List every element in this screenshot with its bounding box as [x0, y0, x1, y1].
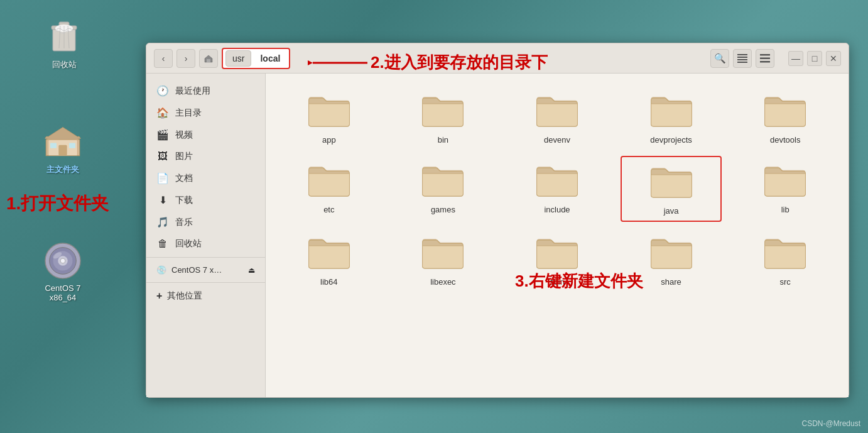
- arrow-svg: [308, 53, 371, 73]
- search-button[interactable]: 🔍: [710, 49, 729, 68]
- restore-button[interactable]: □: [807, 51, 822, 66]
- svg-rect-8: [58, 145, 67, 156]
- file-item-lib64[interactable]: lib64: [278, 228, 380, 292]
- folder-icon-etc: [307, 161, 352, 201]
- step1-label: 1.打开文件夹: [6, 192, 109, 216]
- close-button[interactable]: ✕: [826, 51, 841, 66]
- trash-icon: [45, 18, 83, 55]
- file-item-app[interactable]: app: [278, 86, 380, 150]
- sidebar-item-music[interactable]: 🎵 音乐: [146, 211, 265, 233]
- centos-icon: [44, 242, 82, 280]
- folder-icon-libexec: [420, 233, 465, 273]
- file-item-devenv[interactable]: devenv: [506, 86, 608, 150]
- file-name-bin: bin: [438, 135, 448, 145]
- sidebar: 🕐 最近使用 🏠 主目录 🎬 视频 🖼 图片 📄 文档: [146, 74, 266, 397]
- folder-icon-devprojects: [649, 91, 694, 131]
- sidebar-item-recent[interactable]: 🕐 最近使用: [146, 80, 265, 102]
- svg-rect-17: [207, 59, 210, 62]
- videos-icon: 🎬: [156, 129, 169, 141]
- svg-rect-20: [737, 59, 747, 60]
- sidebar-item-docs[interactable]: 📄 文档: [146, 167, 265, 189]
- sidebar-item-videos[interactable]: 🎬 视频: [146, 124, 265, 146]
- file-name-java: java: [664, 206, 679, 216]
- sidebar-item-centos-drive[interactable]: 💿 CentOS 7 x… ⏏: [146, 260, 265, 280]
- breadcrumb-usr[interactable]: usr: [225, 50, 251, 67]
- file-item-bin[interactable]: bin: [393, 86, 494, 150]
- file-name-share: share: [661, 277, 681, 287]
- plus-icon: +: [156, 290, 162, 302]
- sidebar-item-home[interactable]: 🏠 主目录: [146, 102, 265, 124]
- pictures-icon: 🖼: [156, 151, 169, 162]
- file-item-games[interactable]: games: [393, 156, 494, 222]
- sidebar-item-other[interactable]: + 其他位置: [146, 285, 265, 307]
- sidebar-item-trash[interactable]: 🗑 回收站: [146, 233, 265, 255]
- svg-rect-21: [737, 62, 747, 63]
- svg-rect-18: [737, 54, 747, 55]
- sidebar-divider-2: [146, 282, 265, 283]
- arrow-annotation: 2.进入到要存放的目录下: [308, 52, 548, 74]
- downloads-icon: ⬇: [156, 194, 169, 206]
- file-manager-window: ‹ › usr local 🔍: [146, 43, 849, 398]
- file-name-devenv: devenv: [544, 135, 570, 145]
- folder-icon-lib: [762, 161, 808, 201]
- menu-button[interactable]: [756, 49, 774, 68]
- other-label: 其他位置: [167, 290, 202, 302]
- titlebar-actions: 🔍 —: [710, 49, 841, 68]
- folder-icon-share: [649, 233, 694, 273]
- folder-icon-src: [762, 233, 808, 273]
- file-name-lib64: lib64: [320, 277, 337, 287]
- svg-rect-22: [760, 54, 770, 56]
- folder-icon-bin: [420, 91, 465, 131]
- file-name-devtools: devtools: [770, 135, 800, 145]
- home-folder-label: 主文件夹: [46, 164, 79, 175]
- folder-icon-devenv: [534, 91, 580, 131]
- folder-icon-include: [534, 161, 580, 201]
- file-name-app: app: [322, 135, 336, 145]
- file-name-etc: etc: [323, 205, 334, 214]
- file-item-etc[interactable]: etc: [278, 156, 380, 222]
- list-view-button[interactable]: [733, 49, 752, 68]
- file-item-devtools[interactable]: devtools: [734, 86, 836, 150]
- music-icon: 🎵: [156, 216, 169, 228]
- folder-icon-app: [307, 91, 352, 131]
- centos-label: CentOS 7 x86_64: [35, 283, 91, 302]
- file-name-include: include: [544, 205, 570, 214]
- svg-rect-10: [69, 143, 75, 148]
- eject-icon[interactable]: ⏏: [248, 266, 255, 275]
- home-icon: 🏠: [156, 107, 169, 119]
- folder-icon-games: [420, 161, 465, 201]
- file-name-src: src: [780, 277, 791, 287]
- file-item-include[interactable]: include: [506, 156, 608, 222]
- file-item-src[interactable]: src: [734, 228, 836, 292]
- sidebar-item-pictures[interactable]: 🖼 图片: [146, 146, 265, 167]
- file-item-devprojects[interactable]: devprojects: [621, 86, 722, 150]
- file-item-libexec[interactable]: libexec: [393, 228, 494, 292]
- watermark: CSDN-@Mredust: [801, 419, 860, 428]
- svg-point-15: [60, 258, 65, 263]
- desktop-icon-centos[interactable]: CentOS 7 x86_64: [35, 242, 91, 302]
- forward-button[interactable]: ›: [176, 49, 195, 68]
- step2-label: 2.进入到要存放的目录下: [371, 52, 548, 74]
- svg-rect-23: [760, 57, 770, 59]
- file-item-lib[interactable]: lib: [734, 156, 836, 222]
- desktop-icon-home-folder[interactable]: 主文件夹: [35, 123, 91, 175]
- home-folder-icon: [44, 123, 82, 160]
- back-button[interactable]: ‹: [154, 49, 173, 68]
- sidebar-item-downloads[interactable]: ⬇ 下载: [146, 189, 265, 211]
- svg-rect-9: [50, 143, 57, 148]
- file-name-libexec: libexec: [430, 277, 455, 287]
- folder-icon-java: [649, 162, 694, 202]
- breadcrumb-local[interactable]: local: [254, 51, 286, 66]
- docs-icon: 📄: [156, 172, 169, 184]
- drive-icon: 💿: [156, 265, 166, 275]
- trash-icon-label: 回收站: [52, 59, 77, 70]
- file-item-java[interactable]: java: [621, 156, 722, 222]
- path-home-icon: [199, 49, 218, 68]
- folder-icon-devtools: [762, 91, 808, 131]
- file-name-devprojects: devprojects: [650, 135, 692, 145]
- svg-rect-24: [760, 61, 770, 63]
- desktop-icon-trash[interactable]: 回收站: [39, 18, 89, 70]
- drive-label: CentOS 7 x…: [171, 265, 243, 275]
- minimize-button[interactable]: —: [788, 51, 803, 66]
- folder-icon-lib64: [307, 233, 352, 273]
